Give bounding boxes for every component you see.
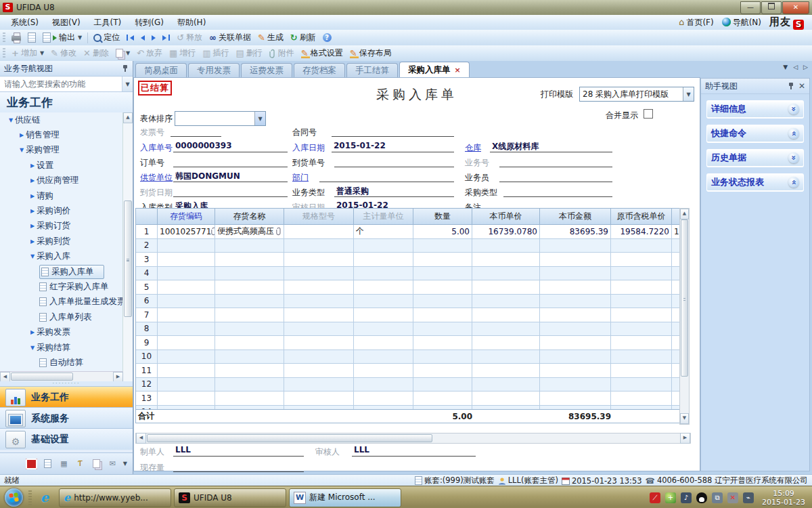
taskbar-window-新建 Microsoft ...[interactable]: W新建 Microsoft ... — [289, 488, 401, 507]
nav-button-系统服务[interactable]: 系统服务 — [0, 407, 133, 429]
locate-button[interactable]: 定位 — [90, 31, 123, 45]
column-header-本币金额[interactable]: 本币金额 — [540, 209, 611, 225]
header-field-入库日期[interactable]: 2015-01-22 — [332, 141, 454, 152]
tree-item-采购到货[interactable]: ▶采购到货 — [0, 234, 123, 249]
header-field-供货单位[interactable]: 韩国DONGMUN — [173, 171, 288, 182]
header-label-仓库[interactable]: 仓库 — [465, 142, 481, 154]
cell[interactable] — [611, 350, 672, 364]
windows-icon[interactable] — [91, 459, 102, 469]
header-field-业务类型[interactable]: 普通采购 — [334, 186, 454, 197]
column-header-主计量单位[interactable]: 主计量单位 — [354, 209, 413, 225]
chevron-up-icon[interactable]: » — [788, 177, 799, 188]
tree-item-采购管理[interactable]: ▼采购管理 — [0, 143, 123, 158]
cell[interactable] — [611, 253, 672, 267]
column-header-rownum[interactable] — [136, 209, 158, 225]
cell[interactable] — [611, 295, 672, 309]
cell[interactable] — [611, 322, 672, 337]
cell[interactable] — [354, 336, 413, 350]
tab-手工结算[interactable]: 手工结算 — [346, 63, 398, 77]
collapse-arrow-icon[interactable]: ▼ — [28, 253, 37, 259]
mail-icon[interactable]: ✉ — [107, 459, 118, 469]
expand-arrow-icon[interactable]: ▶ — [28, 177, 37, 184]
header-field-业务号[interactable] — [499, 156, 612, 167]
cell[interactable] — [472, 267, 540, 281]
cell[interactable] — [472, 350, 540, 364]
cell[interactable] — [158, 391, 215, 406]
grid-vertical-scrollbar[interactable]: ▲ ▼ — [679, 208, 690, 425]
cell[interactable] — [284, 322, 354, 337]
grid-scroll-left-arrow[interactable]: ◀ — [136, 433, 146, 444]
tree-item-采购询价[interactable]: ▶采购询价 — [0, 203, 123, 218]
tab-采购入库单[interactable]: 采购入库单× — [399, 62, 470, 77]
grid-hscroll-thumb[interactable] — [147, 434, 432, 442]
cell[interactable] — [354, 364, 413, 378]
cell[interactable] — [540, 336, 611, 350]
tree-item-采购订货[interactable]: ▶采购订货 — [0, 219, 123, 234]
grid-view-icon[interactable] — [26, 459, 37, 469]
collapse-arrow-icon[interactable]: ▼ — [18, 147, 26, 153]
cell[interactable] — [540, 322, 611, 337]
cell[interactable] — [158, 295, 215, 309]
column-header-存货名称[interactable]: 存货名称 — [215, 209, 284, 225]
cell[interactable] — [158, 308, 215, 322]
close-tab-icon[interactable]: × — [455, 66, 461, 75]
home-button[interactable]: ⌂首页(F) — [679, 17, 714, 28]
tree-item-请购[interactable]: ▶请购 — [0, 188, 123, 203]
header-field-订单号[interactable] — [173, 156, 288, 167]
cell[interactable] — [540, 239, 611, 253]
assistant-section-业务状态报表[interactable]: 业务状态报表» — [706, 173, 804, 192]
header-field-部门[interactable] — [319, 171, 454, 182]
cell[interactable] — [413, 350, 472, 364]
print-template-select[interactable]: 28 采购入库单打印模版▼ — [579, 87, 694, 102]
tab-list-dropdown-icon[interactable]: ▼ — [783, 64, 788, 70]
antivirus-tray-icon[interactable]: + — [665, 492, 676, 503]
volume-muted-tray-icon[interactable]: ✕ — [727, 492, 738, 503]
grid-horizontal-scrollbar[interactable]: ◀ ▶ — [135, 433, 691, 444]
tab-存货档案[interactable]: 存货档案 — [294, 63, 345, 77]
more-icons-arrow[interactable]: ▼ — [123, 461, 127, 467]
cell[interactable] — [158, 364, 215, 378]
collapse-arrow-icon[interactable]: ▼ — [7, 117, 15, 123]
cell[interactable] — [215, 322, 284, 337]
cell[interactable] — [215, 239, 284, 253]
cell[interactable] — [284, 308, 354, 322]
cell[interactable] — [611, 336, 672, 350]
cell[interactable] — [540, 378, 611, 392]
help-button[interactable]: ? — [319, 31, 335, 45]
taskbar-clock[interactable]: 15:09 2015-01-23 — [759, 489, 812, 507]
tab-scroll-left-icon[interactable]: ◁ — [793, 64, 798, 70]
tab-专用发票[interactable]: 专用发票 — [188, 63, 240, 77]
tab-简易桌面[interactable]: 简易桌面 — [135, 63, 187, 77]
cell[interactable] — [158, 280, 215, 295]
nav-button-业务工作[interactable]: 业务工作 — [0, 386, 133, 408]
cell[interactable] — [354, 391, 413, 406]
cell[interactable] — [413, 295, 472, 309]
header-field-合同号[interactable] — [332, 125, 454, 137]
tree-item-红字采购入库单[interactable]: 红字采购入库单 — [0, 279, 123, 294]
tree-item-采购入库单[interactable]: 采购入库单 — [0, 264, 123, 279]
expand-arrow-icon[interactable]: ▶ — [28, 238, 37, 245]
cell[interactable] — [354, 267, 413, 281]
taskbar-window-http://www.yyeb...[interactable]: ehttp://www.yyeb... — [59, 488, 171, 507]
cell[interactable] — [611, 391, 672, 406]
cell[interactable] — [215, 378, 284, 392]
maximize-button[interactable] — [761, 1, 782, 14]
output-button[interactable]: 输出▼ — [39, 31, 85, 45]
cell[interactable]: 1001025771 — [158, 225, 215, 239]
preview-button[interactable] — [24, 31, 39, 45]
cell[interactable] — [354, 350, 413, 364]
assistant-section-历史单据[interactable]: 历史单据» — [706, 149, 804, 167]
cell[interactable] — [472, 322, 540, 337]
header-field-发票号[interactable] — [171, 125, 221, 137]
header-label-部门[interactable]: 部门 — [292, 172, 309, 184]
tab-运费发票[interactable]: 运费发票 — [241, 63, 292, 77]
assistant-section-详细信息[interactable]: 详细信息» — [706, 100, 804, 119]
header-field-到货日期[interactable] — [173, 186, 288, 197]
cell[interactable]: 19584.7220 — [611, 225, 672, 239]
cell[interactable] — [158, 350, 215, 364]
menu-item[interactable]: 工具(T) — [87, 16, 129, 28]
cell[interactable] — [284, 225, 354, 239]
cell[interactable] — [284, 391, 354, 406]
column-header-存货编码[interactable]: 存货编码 — [158, 209, 215, 225]
cell[interactable] — [472, 295, 540, 309]
